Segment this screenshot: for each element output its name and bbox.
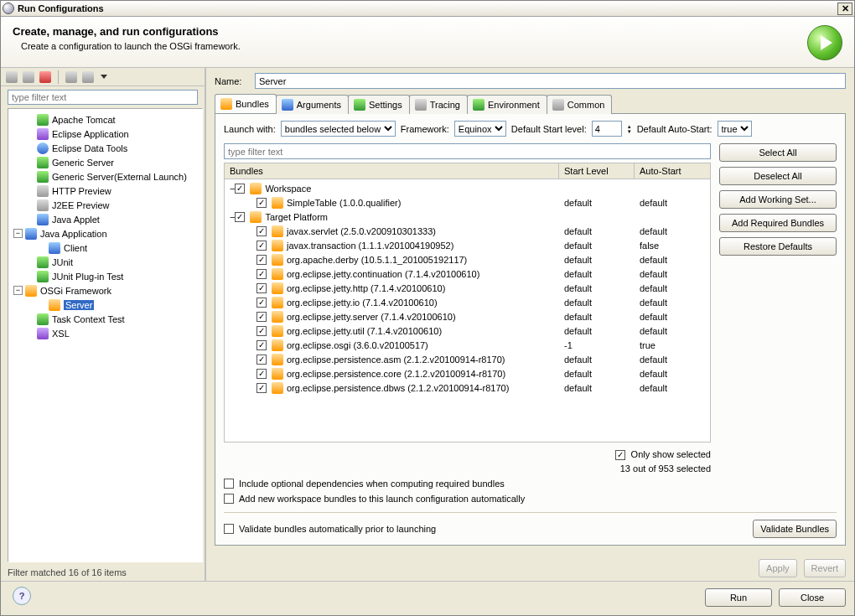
bundle-start-level[interactable]: -1 — [559, 340, 635, 350]
config-tree-item[interactable]: Eclipse Data Tools — [10, 141, 200, 155]
filter-config-icon[interactable] — [82, 71, 94, 83]
bundle-checkbox[interactable]: ✓ — [256, 369, 267, 379]
config-tree-item[interactable]: XSL — [10, 326, 200, 340]
tab-bundles[interactable]: Bundles — [215, 94, 277, 113]
add-new-workspace-checkbox[interactable] — [224, 494, 234, 504]
config-tree-item[interactable]: JUnit — [10, 255, 200, 269]
bundle-row[interactable]: ✓SimpleTable (1.0.0.qualifier)defaultdef… — [225, 195, 710, 210]
config-tree-item[interactable]: J2EE Preview — [10, 198, 200, 212]
tab-tracing[interactable]: Tracing — [409, 95, 468, 114]
launch-with-select[interactable]: bundles selected below — [281, 121, 396, 137]
bundle-checkbox[interactable]: ✓ — [256, 198, 267, 208]
bundle-row[interactable]: ✓org.eclipse.jetty.server (7.1.4.v201006… — [225, 309, 710, 324]
bundle-row[interactable]: ✓org.apache.derby (10.5.1.1_201005192117… — [225, 252, 710, 267]
bundle-auto-start[interactable]: default — [635, 355, 710, 365]
bundle-checkbox[interactable]: ✓ — [256, 340, 267, 350]
config-tree-item[interactable]: Server — [10, 298, 200, 312]
bundles-filter-input[interactable] — [224, 143, 711, 159]
delete-config-icon[interactable] — [39, 71, 51, 83]
collapse-icon[interactable] — [65, 71, 77, 83]
duplicate-config-icon[interactable] — [23, 71, 34, 83]
bundle-start-level[interactable]: default — [559, 269, 635, 279]
bundle-checkbox[interactable]: ✓ — [256, 283, 267, 293]
dropdown-arrow-icon[interactable] — [101, 75, 107, 79]
config-tree-item[interactable]: Generic Server(External Launch) — [10, 169, 200, 184]
bundle-start-level[interactable]: default — [559, 226, 635, 236]
bundle-auto-start[interactable]: default — [635, 255, 710, 265]
config-tree-item[interactable]: Apache Tomcat — [10, 112, 200, 127]
apply-button[interactable]: Apply — [759, 559, 797, 577]
bundle-auto-start[interactable]: default — [635, 198, 710, 208]
expander-icon[interactable]: − — [13, 229, 23, 238]
validate-bundles-button[interactable]: Validate Bundles — [753, 520, 837, 538]
bundle-row[interactable]: −✓Workspace — [225, 181, 710, 195]
bundle-checkbox[interactable]: ✓ — [256, 269, 267, 279]
config-tree-item[interactable]: −Java Application — [10, 226, 200, 241]
help-icon[interactable]: ? — [13, 587, 31, 605]
only-show-selected-row[interactable]: ✓ Only show selected — [615, 449, 711, 459]
bundle-list[interactable]: −✓Workspace✓SimpleTable (1.0.0.qualifier… — [224, 179, 711, 443]
config-tree-item[interactable]: Generic Server — [10, 155, 200, 169]
bundle-row[interactable]: ✓org.eclipse.jetty.http (7.1.4.v20100610… — [225, 281, 710, 295]
bundle-start-level[interactable]: default — [559, 369, 635, 379]
bundle-auto-start[interactable]: default — [635, 383, 710, 393]
new-config-icon[interactable] — [6, 71, 18, 83]
bundle-auto-start[interactable]: default — [635, 326, 710, 336]
select-all-button[interactable]: Select All — [719, 143, 837, 162]
bundle-checkbox[interactable]: ✓ — [256, 241, 267, 251]
revert-button[interactable]: Revert — [804, 559, 846, 577]
bundle-row[interactable]: −✓Target Platform — [225, 210, 710, 224]
bundle-checkbox[interactable]: ✓ — [256, 298, 267, 308]
config-tree[interactable]: Apache TomcatEclipse ApplicationEclipse … — [8, 108, 203, 562]
tab-environment[interactable]: Environment — [467, 95, 547, 114]
bundle-checkbox[interactable]: ✓ — [235, 184, 245, 194]
config-tree-item[interactable]: JUnit Plug-in Test — [10, 269, 200, 283]
bundle-row[interactable]: ✓org.eclipse.osgi (3.6.0.v20100517)-1tru… — [225, 338, 710, 352]
bundle-start-level[interactable]: default — [559, 298, 635, 308]
config-tree-item[interactable]: −OSGi Framework — [10, 283, 200, 298]
bundle-row[interactable]: ✓org.eclipse.jetty.io (7.1.4.v20100610)d… — [225, 295, 710, 309]
config-tree-item[interactable]: Java Applet — [10, 212, 200, 226]
bundle-checkbox[interactable]: ✓ — [256, 383, 267, 393]
bundle-auto-start[interactable]: true — [635, 340, 710, 350]
bundle-auto-start[interactable]: default — [635, 369, 710, 379]
bundle-row[interactable]: ✓javax.servlet (2.5.0.v200910301333)defa… — [225, 224, 710, 238]
col-start-level[interactable]: Start Level — [559, 163, 635, 179]
bundle-checkbox[interactable]: ✓ — [256, 312, 267, 322]
bundle-row[interactable]: ✓org.eclipse.persistence.dbws (2.1.2.v20… — [225, 380, 710, 395]
add-required-bundles-button[interactable]: Add Required Bundles — [719, 214, 837, 232]
expander-icon[interactable]: − — [13, 286, 23, 295]
bundle-start-level[interactable]: default — [559, 312, 635, 322]
bundle-start-level[interactable]: default — [559, 283, 635, 293]
tab-common[interactable]: Common — [547, 95, 613, 114]
only-show-checkbox[interactable]: ✓ — [615, 450, 625, 460]
bundle-row[interactable]: ✓org.eclipse.persistence.core (2.1.2.v20… — [225, 366, 710, 380]
bundle-row[interactable]: ✓org.eclipse.jetty.util (7.1.4.v20100610… — [225, 324, 710, 338]
config-name-input[interactable] — [255, 73, 846, 89]
close-button[interactable]: Close — [779, 588, 846, 607]
bundle-start-level[interactable]: default — [559, 355, 635, 365]
bundle-start-level[interactable]: default — [559, 241, 635, 251]
col-bundles[interactable]: Bundles — [225, 163, 559, 179]
default-start-input[interactable] — [592, 121, 622, 137]
framework-select[interactable]: Equinox — [454, 121, 506, 137]
bundle-checkbox[interactable]: ✓ — [235, 212, 245, 222]
bundle-start-level[interactable]: default — [559, 255, 635, 265]
bundle-start-level[interactable]: default — [559, 326, 635, 336]
bundle-checkbox[interactable]: ✓ — [256, 355, 267, 365]
bundle-row[interactable]: ✓javax.transaction (1.1.1.v201004190952)… — [225, 238, 710, 252]
include-optional-checkbox[interactable] — [224, 479, 234, 489]
config-tree-item[interactable]: Task Context Test — [10, 312, 200, 326]
col-auto-start[interactable]: Auto-Start — [635, 163, 710, 179]
bundle-row[interactable]: ✓org.eclipse.persistence.asm (2.1.2.v201… — [225, 352, 710, 366]
config-tree-item[interactable]: Client — [10, 241, 200, 255]
window-close-button[interactable]: ✕ — [837, 3, 852, 15]
default-auto-select[interactable]: true — [718, 121, 752, 137]
bundle-auto-start[interactable]: default — [635, 312, 710, 322]
bundle-checkbox[interactable]: ✓ — [256, 226, 267, 236]
config-tree-item[interactable]: Eclipse Application — [10, 127, 200, 141]
bundle-start-level[interactable]: default — [559, 198, 635, 208]
bundle-checkbox[interactable]: ✓ — [256, 255, 267, 265]
bundle-auto-start[interactable]: default — [635, 283, 710, 293]
deselect-all-button[interactable]: Deselect All — [719, 167, 837, 185]
